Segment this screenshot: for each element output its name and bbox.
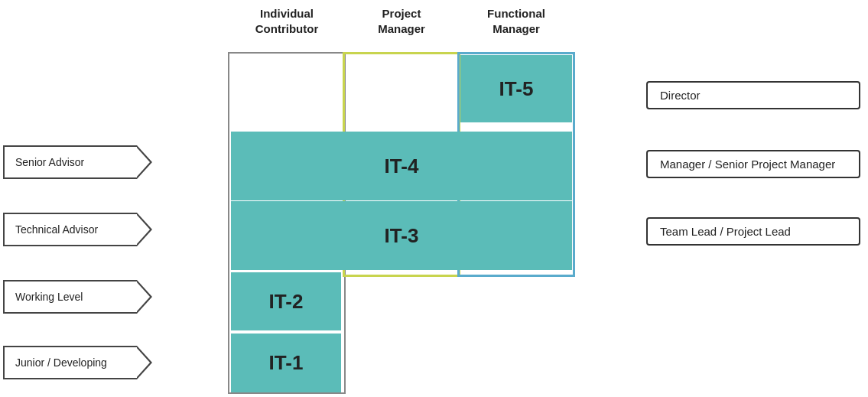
diagram: IndividualContributor ProjectManager Fun… [0, 0, 868, 397]
director-text: Director [646, 81, 860, 109]
junior-developing-arrow [137, 346, 152, 379]
team-lead-text: Team Lead / Project Lead [646, 217, 860, 246]
cell-it5: IT-5 [460, 55, 572, 122]
manager-spm-text: Manager / Senior Project Manager [646, 150, 860, 178]
label-team-lead: Team Lead / Project Lead [646, 217, 860, 246]
senior-advisor-text: Senior Advisor [3, 145, 137, 179]
label-technical-advisor: Technical Advisor [3, 213, 152, 246]
junior-developing-text: Junior / Developing [3, 346, 137, 379]
cell-it1: IT-1 [231, 334, 341, 392]
label-working-level: Working Level [3, 280, 152, 314]
senior-advisor-arrow [137, 145, 152, 179]
label-manager-spm: Manager / Senior Project Manager [646, 150, 860, 178]
label-senior-advisor: Senior Advisor [3, 145, 152, 179]
col-header-functional-manager: FunctionalManager [459, 6, 574, 36]
label-junior-developing: Junior / Developing [3, 346, 152, 379]
label-director: Director [646, 81, 860, 109]
cell-it4: IT-4 [231, 132, 572, 200]
technical-advisor-text: Technical Advisor [3, 213, 137, 246]
working-level-arrow [137, 280, 152, 314]
working-level-text: Working Level [3, 280, 137, 314]
cell-it2: IT-2 [231, 272, 341, 330]
col-header-individual-contributor: IndividualContributor [229, 6, 344, 36]
technical-advisor-arrow [137, 213, 152, 246]
cell-it3: IT-3 [231, 201, 572, 270]
col-header-project-manager: ProjectManager [344, 6, 459, 36]
